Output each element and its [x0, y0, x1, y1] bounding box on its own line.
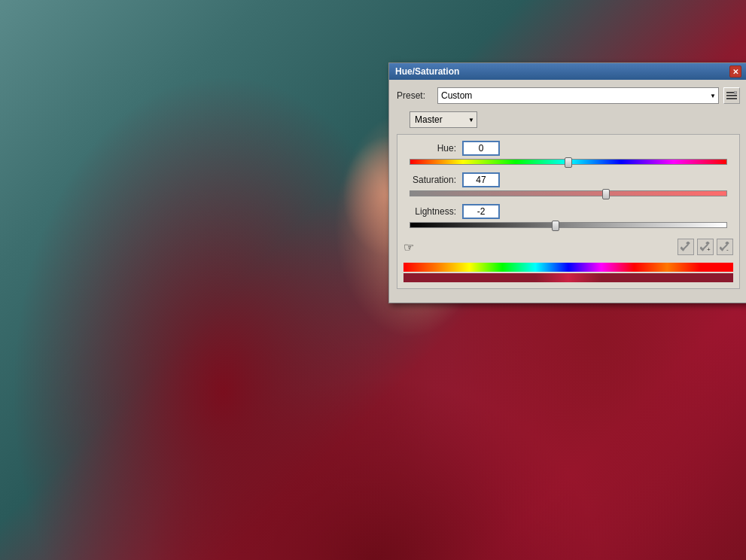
saturation-input[interactable]: [462, 172, 500, 187]
preset-dropdown-wrapper: Custom Default Strong Saturation Sepia: [437, 87, 719, 104]
svg-text:+: +: [707, 246, 711, 252]
lightness-label: Lightness:: [403, 206, 456, 217]
lightness-slider-thumb[interactable]: [552, 221, 559, 231]
channel-select[interactable]: Master Reds Yellows Greens Cyans Blues M…: [410, 111, 477, 128]
dialog-titlebar: Hue/Saturation ✕: [389, 63, 746, 80]
eyedropper-icon: [681, 242, 691, 252]
eyedropper-subtract-button[interactable]: -: [717, 239, 733, 255]
svg-rect-1: [726, 95, 737, 96]
dialog-body: Preset: Custom Default Strong Saturation…: [389, 80, 746, 303]
hue-slider-thumb[interactable]: [565, 157, 572, 168]
eyedropper-add-button[interactable]: +: [697, 239, 714, 255]
sliders-panel: Hue: Saturation: Lightness:: [397, 134, 740, 289]
hue-label: Hue:: [403, 143, 456, 154]
svg-point-3: [734, 91, 737, 94]
eyedropper-button[interactable]: [677, 239, 694, 255]
lightness-slider-container: [403, 222, 733, 228]
close-button[interactable]: ✕: [729, 65, 741, 78]
result-spectrum-bar: [403, 273, 733, 282]
eyedropper-group: + -: [677, 239, 733, 255]
svg-rect-2: [726, 98, 737, 99]
eyedropper-subtract-icon: -: [720, 242, 730, 252]
saturation-slider-track[interactable]: [410, 190, 727, 196]
saturation-label: Saturation:: [403, 175, 456, 185]
svg-line-6: [684, 245, 688, 249]
saturation-slider-thumb[interactable]: [602, 189, 610, 199]
channel-row: Master Reds Yellows Greens Cyans Blues M…: [397, 111, 740, 128]
tool-bar: ☞ +: [403, 236, 733, 258]
hue-input[interactable]: [462, 141, 500, 156]
dialog-title: Hue/Saturation: [395, 66, 459, 77]
saturation-slider-container: [403, 190, 733, 196]
source-spectrum-bar: [403, 263, 733, 272]
spectrum-container: [403, 263, 733, 282]
preset-select[interactable]: Custom Default Strong Saturation Sepia: [437, 87, 719, 104]
hand-tool-icon[interactable]: ☞: [403, 240, 414, 254]
hue-slider-container: [403, 159, 733, 165]
hue-row: Hue:: [403, 141, 733, 156]
preset-label: Preset:: [397, 90, 433, 101]
preset-menu-icon: [726, 91, 737, 100]
preset-row: Preset: Custom Default Strong Saturation…: [397, 87, 740, 104]
hue-saturation-dialog: Hue/Saturation ✕ Preset: Custom Default …: [388, 62, 746, 303]
lightness-row: Lightness:: [403, 204, 733, 219]
hue-slider-track[interactable]: [410, 159, 727, 165]
lightness-input[interactable]: [462, 204, 500, 219]
saturation-row: Saturation:: [403, 172, 733, 187]
eyedropper-add-icon: +: [700, 242, 711, 252]
channel-dropdown-wrapper: Master Reds Yellows Greens Cyans Blues M…: [410, 111, 477, 128]
lightness-slider-track[interactable]: [410, 222, 727, 228]
preset-menu-button[interactable]: [723, 87, 740, 104]
svg-text:-: -: [726, 246, 729, 252]
